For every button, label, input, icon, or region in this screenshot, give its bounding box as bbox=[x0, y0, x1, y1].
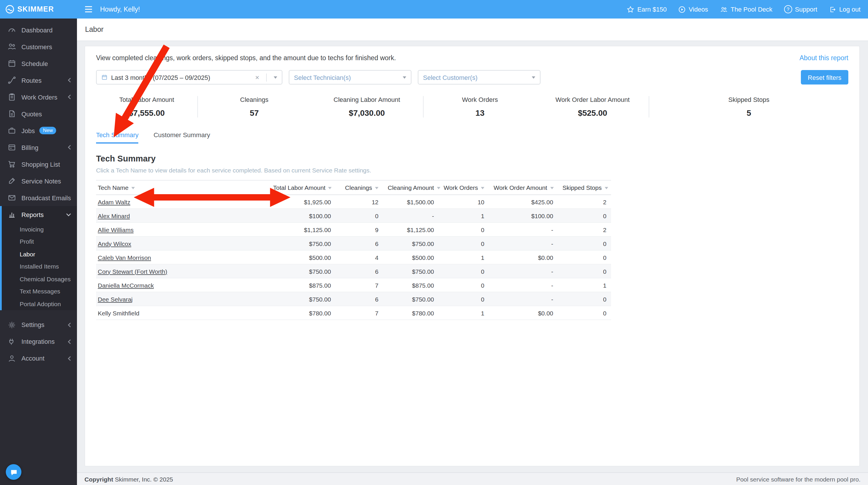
greeting-text: Howdy, Kelly! bbox=[100, 6, 140, 13]
sidebar-subitem-label: Text Messages bbox=[20, 288, 60, 295]
chevron-left-icon bbox=[68, 145, 71, 150]
table-row: Caleb Van Morrison$500.004$500.001$0.000 bbox=[96, 250, 611, 264]
total-labor-cell: $100.00 bbox=[269, 209, 336, 222]
videos-label: Videos bbox=[689, 6, 708, 13]
sort-icon bbox=[329, 187, 332, 189]
work-order-amount-cell: $425.00 bbox=[489, 195, 558, 209]
schedule-icon bbox=[7, 59, 16, 68]
sidebar-item-customers[interactable]: Customers bbox=[0, 38, 77, 55]
support-link[interactable]: ? Support bbox=[784, 5, 817, 13]
sidebar-subitem-labor[interactable]: Labor bbox=[2, 248, 77, 260]
tech-name-link[interactable]: Dee Selvaraj bbox=[98, 296, 132, 302]
main-area: Labor View completed cleanings, work ord… bbox=[77, 19, 868, 485]
sidebar-item-integrations[interactable]: Integrations bbox=[0, 333, 77, 350]
sidebar-item-billing[interactable]: Billing bbox=[0, 139, 77, 156]
sidebar-item-broadcast-emails[interactable]: Broadcast Emails bbox=[0, 189, 77, 206]
cleaning-amount-cell: $780.00 bbox=[383, 306, 439, 320]
tab-tech-summary[interactable]: Tech Summary bbox=[96, 131, 138, 144]
sidebar-item-label: Broadcast Emails bbox=[22, 194, 71, 201]
sidebar-item-dashboard[interactable]: Dashboard bbox=[0, 22, 77, 38]
column-header-work-orders[interactable]: Work Orders bbox=[439, 180, 489, 195]
hamburger-menu-icon[interactable] bbox=[85, 6, 93, 13]
calendar-icon bbox=[101, 74, 107, 81]
tech-name-link[interactable]: Allie Williams bbox=[98, 226, 134, 233]
reset-filters-button[interactable]: Reset filters bbox=[801, 70, 848, 85]
customer-select[interactable]: Select Customer(s) bbox=[418, 70, 540, 85]
settings-icon bbox=[7, 320, 16, 329]
table-row: Andy Wilcox$750.006$750.000-0 bbox=[96, 236, 611, 250]
routes-icon bbox=[7, 76, 16, 85]
sidebar-item-jobs[interactable]: Jobs New bbox=[0, 122, 77, 139]
sidebar-subitem-label: Invoicing bbox=[20, 226, 44, 233]
sidebar-subitem-label: Chemical Dosages bbox=[20, 275, 71, 282]
work-orders-cell: 1 bbox=[439, 250, 489, 264]
tech-name-link[interactable]: Andy Wilcox bbox=[98, 240, 131, 247]
cleanings-cell: 0 bbox=[336, 209, 383, 222]
sidebar-item-settings[interactable]: Settings bbox=[0, 316, 77, 333]
chat-icon bbox=[9, 468, 18, 476]
column-header-total-labor[interactable]: Total Labor Amount bbox=[269, 180, 336, 195]
sidebar-item-label: Customers bbox=[22, 43, 52, 50]
column-header-cleanings[interactable]: Cleanings bbox=[336, 180, 383, 195]
sidebar-subitem-label: Labor bbox=[20, 251, 35, 257]
stat-work-order-labor: Work Order Labor Amount $525.00 bbox=[536, 96, 649, 118]
customers-icon bbox=[7, 42, 16, 51]
column-header-tech-name[interactable]: Tech Name bbox=[96, 180, 269, 195]
column-header-skipped-stops[interactable]: Skipped Stops bbox=[558, 180, 611, 195]
reports-icon bbox=[7, 210, 16, 219]
sidebar-subitem-installed-items[interactable]: Installed Items bbox=[2, 260, 77, 273]
skipped-stops-cell: 0 bbox=[558, 236, 611, 250]
work-orders-cell: 1 bbox=[439, 209, 489, 222]
work-orders-icon bbox=[7, 93, 16, 101]
sidebar-item-label: Shopping List bbox=[22, 161, 60, 168]
sidebar-item-account[interactable]: Account bbox=[0, 350, 77, 367]
tech-name-link[interactable]: Cory Stewart (Fort Worth) bbox=[98, 268, 167, 275]
pool-deck-link[interactable]: The Pool Deck bbox=[720, 5, 772, 13]
total-labor-cell: $1,925.00 bbox=[269, 195, 336, 209]
tech-name-link[interactable]: Alex Minard bbox=[98, 212, 130, 219]
clear-filter-icon[interactable]: × bbox=[255, 74, 259, 81]
tech-name-link[interactable]: Adam Waltz bbox=[98, 198, 130, 205]
total-labor-cell: $750.00 bbox=[269, 264, 336, 278]
support-label: Support bbox=[795, 6, 817, 13]
tab-customer-summary[interactable]: Customer Summary bbox=[154, 131, 210, 144]
earn-reward-link[interactable]: Earn $150 bbox=[627, 5, 667, 13]
sidebar-item-routes[interactable]: Routes bbox=[0, 72, 77, 89]
integrations-icon bbox=[7, 337, 16, 346]
play-circle-icon bbox=[678, 5, 686, 13]
sidebar-subitem-chemical-dosages[interactable]: Chemical Dosages bbox=[2, 273, 77, 285]
date-range-select[interactable]: Last 3 months (07/2025 – 09/2025) × bbox=[96, 70, 282, 85]
videos-link[interactable]: Videos bbox=[678, 5, 708, 13]
tech-name-link[interactable]: Daniella McCormack bbox=[98, 281, 154, 289]
sidebar-item-reports[interactable]: Reports bbox=[2, 206, 77, 223]
cleanings-cell: 12 bbox=[336, 195, 383, 209]
sidebar-item-schedule[interactable]: Schedule bbox=[0, 55, 77, 72]
skipped-stops-cell: 0 bbox=[558, 292, 611, 306]
work-order-amount-cell: $0.00 bbox=[489, 306, 558, 320]
cleanings-cell: 7 bbox=[336, 278, 383, 292]
tech-name-link[interactable]: Caleb Van Morrison bbox=[98, 254, 151, 261]
column-label: Work Order Amount bbox=[494, 184, 547, 191]
column-header-cleaning-amount[interactable]: Cleaning Amount bbox=[383, 180, 439, 195]
sidebar-subitem-invoicing[interactable]: Invoicing bbox=[2, 223, 77, 235]
copyright-label: Copyright bbox=[85, 476, 113, 482]
chat-widget-button[interactable] bbox=[6, 464, 22, 480]
chevron-left-icon bbox=[68, 322, 71, 327]
technician-select[interactable]: Select Technician(s) bbox=[289, 70, 411, 85]
sort-icon bbox=[604, 187, 608, 189]
sidebar-item-service-notes[interactable]: Service Notes bbox=[0, 173, 77, 189]
column-header-work-order-amount[interactable]: Work Order Amount bbox=[489, 180, 558, 195]
shopping-list-icon bbox=[7, 160, 16, 169]
sidebar-item-shopping-list[interactable]: Shopping List bbox=[0, 156, 77, 173]
sidebar-item-work-orders[interactable]: Work Orders bbox=[0, 89, 77, 105]
logout-link[interactable]: Log out bbox=[829, 5, 861, 13]
sidebar-subitem-text-messages[interactable]: Text Messages bbox=[2, 285, 77, 298]
sidebar-subitem-profit[interactable]: Profit bbox=[2, 235, 77, 248]
about-report-link[interactable]: About this report bbox=[799, 54, 848, 61]
sidebar-item-quotes[interactable]: Quotes bbox=[0, 105, 77, 122]
brand-logo: SKIMMER bbox=[0, 0, 77, 19]
topbar-actions: Earn $150 Videos The Pool Deck ? Support… bbox=[627, 5, 861, 13]
sidebar-subitem-portal-adoption[interactable]: Portal Adoption bbox=[2, 298, 77, 310]
stat-value: $7,555.00 bbox=[96, 108, 197, 118]
skipped-stops-cell: 1 bbox=[558, 278, 611, 292]
